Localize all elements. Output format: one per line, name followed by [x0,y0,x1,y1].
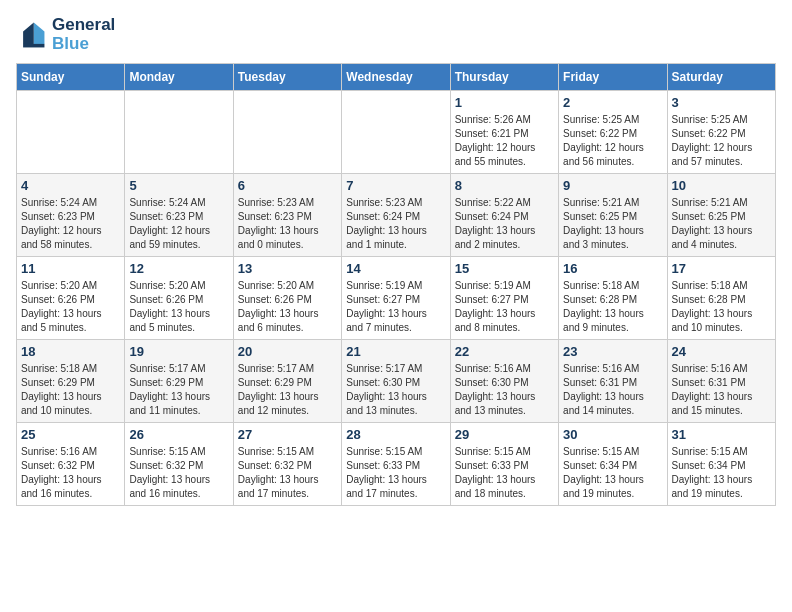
weekday-header-monday: Monday [125,64,233,91]
calendar-cell: 28Sunrise: 5:15 AMSunset: 6:33 PMDayligh… [342,423,450,506]
day-number: 20 [238,344,337,359]
calendar-header: SundayMondayTuesdayWednesdayThursdayFrid… [17,64,776,91]
day-number: 1 [455,95,554,110]
page-header: General Blue [16,16,776,53]
day-number: 28 [346,427,445,442]
calendar-cell [233,91,341,174]
day-info: Sunrise: 5:20 AMSunset: 6:26 PMDaylight:… [21,279,120,335]
day-info: Sunrise: 5:15 AMSunset: 6:34 PMDaylight:… [672,445,771,501]
day-number: 29 [455,427,554,442]
day-info: Sunrise: 5:17 AMSunset: 6:29 PMDaylight:… [238,362,337,418]
day-number: 31 [672,427,771,442]
day-number: 5 [129,178,228,193]
weekday-header-row: SundayMondayTuesdayWednesdayThursdayFrid… [17,64,776,91]
logo-icon [16,19,48,51]
calendar-cell: 6Sunrise: 5:23 AMSunset: 6:23 PMDaylight… [233,174,341,257]
calendar-cell: 18Sunrise: 5:18 AMSunset: 6:29 PMDayligh… [17,340,125,423]
day-info: Sunrise: 5:15 AMSunset: 6:33 PMDaylight:… [346,445,445,501]
day-info: Sunrise: 5:16 AMSunset: 6:31 PMDaylight:… [672,362,771,418]
day-number: 17 [672,261,771,276]
day-info: Sunrise: 5:25 AMSunset: 6:22 PMDaylight:… [672,113,771,169]
day-number: 19 [129,344,228,359]
calendar-table: SundayMondayTuesdayWednesdayThursdayFrid… [16,63,776,506]
calendar-cell: 22Sunrise: 5:16 AMSunset: 6:30 PMDayligh… [450,340,558,423]
calendar-cell: 16Sunrise: 5:18 AMSunset: 6:28 PMDayligh… [559,257,667,340]
day-info: Sunrise: 5:23 AMSunset: 6:24 PMDaylight:… [346,196,445,252]
day-info: Sunrise: 5:23 AMSunset: 6:23 PMDaylight:… [238,196,337,252]
calendar-cell: 14Sunrise: 5:19 AMSunset: 6:27 PMDayligh… [342,257,450,340]
day-number: 15 [455,261,554,276]
day-number: 6 [238,178,337,193]
day-info: Sunrise: 5:15 AMSunset: 6:32 PMDaylight:… [129,445,228,501]
day-info: Sunrise: 5:18 AMSunset: 6:29 PMDaylight:… [21,362,120,418]
calendar-cell: 10Sunrise: 5:21 AMSunset: 6:25 PMDayligh… [667,174,775,257]
calendar-cell: 27Sunrise: 5:15 AMSunset: 6:32 PMDayligh… [233,423,341,506]
calendar-cell: 31Sunrise: 5:15 AMSunset: 6:34 PMDayligh… [667,423,775,506]
calendar-week-row: 11Sunrise: 5:20 AMSunset: 6:26 PMDayligh… [17,257,776,340]
calendar-cell [342,91,450,174]
day-number: 10 [672,178,771,193]
day-number: 22 [455,344,554,359]
day-number: 21 [346,344,445,359]
day-info: Sunrise: 5:16 AMSunset: 6:30 PMDaylight:… [455,362,554,418]
calendar-cell: 29Sunrise: 5:15 AMSunset: 6:33 PMDayligh… [450,423,558,506]
day-info: Sunrise: 5:21 AMSunset: 6:25 PMDaylight:… [563,196,662,252]
day-number: 11 [21,261,120,276]
calendar-cell: 3Sunrise: 5:25 AMSunset: 6:22 PMDaylight… [667,91,775,174]
weekday-header-friday: Friday [559,64,667,91]
day-info: Sunrise: 5:15 AMSunset: 6:32 PMDaylight:… [238,445,337,501]
day-info: Sunrise: 5:18 AMSunset: 6:28 PMDaylight:… [672,279,771,335]
calendar-cell [17,91,125,174]
day-info: Sunrise: 5:22 AMSunset: 6:24 PMDaylight:… [455,196,554,252]
day-info: Sunrise: 5:20 AMSunset: 6:26 PMDaylight:… [129,279,228,335]
day-info: Sunrise: 5:19 AMSunset: 6:27 PMDaylight:… [346,279,445,335]
weekday-header-wednesday: Wednesday [342,64,450,91]
day-number: 12 [129,261,228,276]
calendar-week-row: 25Sunrise: 5:16 AMSunset: 6:32 PMDayligh… [17,423,776,506]
calendar-cell: 1Sunrise: 5:26 AMSunset: 6:21 PMDaylight… [450,91,558,174]
calendar-cell: 12Sunrise: 5:20 AMSunset: 6:26 PMDayligh… [125,257,233,340]
calendar-cell: 17Sunrise: 5:18 AMSunset: 6:28 PMDayligh… [667,257,775,340]
day-number: 4 [21,178,120,193]
day-number: 3 [672,95,771,110]
day-number: 25 [21,427,120,442]
logo-text: General Blue [52,16,115,53]
weekday-header-tuesday: Tuesday [233,64,341,91]
day-info: Sunrise: 5:19 AMSunset: 6:27 PMDaylight:… [455,279,554,335]
calendar-week-row: 4Sunrise: 5:24 AMSunset: 6:23 PMDaylight… [17,174,776,257]
calendar-cell: 11Sunrise: 5:20 AMSunset: 6:26 PMDayligh… [17,257,125,340]
day-number: 30 [563,427,662,442]
weekday-header-thursday: Thursday [450,64,558,91]
calendar-cell: 30Sunrise: 5:15 AMSunset: 6:34 PMDayligh… [559,423,667,506]
calendar-cell: 21Sunrise: 5:17 AMSunset: 6:30 PMDayligh… [342,340,450,423]
day-number: 27 [238,427,337,442]
calendar-body: 1Sunrise: 5:26 AMSunset: 6:21 PMDaylight… [17,91,776,506]
calendar-cell: 19Sunrise: 5:17 AMSunset: 6:29 PMDayligh… [125,340,233,423]
day-number: 24 [672,344,771,359]
calendar-cell: 23Sunrise: 5:16 AMSunset: 6:31 PMDayligh… [559,340,667,423]
calendar-cell: 25Sunrise: 5:16 AMSunset: 6:32 PMDayligh… [17,423,125,506]
calendar-cell: 9Sunrise: 5:21 AMSunset: 6:25 PMDaylight… [559,174,667,257]
calendar-cell: 5Sunrise: 5:24 AMSunset: 6:23 PMDaylight… [125,174,233,257]
day-number: 16 [563,261,662,276]
day-number: 9 [563,178,662,193]
day-info: Sunrise: 5:16 AMSunset: 6:31 PMDaylight:… [563,362,662,418]
weekday-header-sunday: Sunday [17,64,125,91]
logo: General Blue [16,16,115,53]
day-number: 13 [238,261,337,276]
calendar-cell: 20Sunrise: 5:17 AMSunset: 6:29 PMDayligh… [233,340,341,423]
calendar-cell: 26Sunrise: 5:15 AMSunset: 6:32 PMDayligh… [125,423,233,506]
day-info: Sunrise: 5:21 AMSunset: 6:25 PMDaylight:… [672,196,771,252]
day-number: 18 [21,344,120,359]
calendar-week-row: 18Sunrise: 5:18 AMSunset: 6:29 PMDayligh… [17,340,776,423]
day-info: Sunrise: 5:17 AMSunset: 6:30 PMDaylight:… [346,362,445,418]
day-info: Sunrise: 5:17 AMSunset: 6:29 PMDaylight:… [129,362,228,418]
day-info: Sunrise: 5:15 AMSunset: 6:33 PMDaylight:… [455,445,554,501]
svg-rect-3 [23,44,44,48]
calendar-cell: 13Sunrise: 5:20 AMSunset: 6:26 PMDayligh… [233,257,341,340]
day-info: Sunrise: 5:26 AMSunset: 6:21 PMDaylight:… [455,113,554,169]
day-number: 8 [455,178,554,193]
day-info: Sunrise: 5:24 AMSunset: 6:23 PMDaylight:… [21,196,120,252]
weekday-header-saturday: Saturday [667,64,775,91]
day-number: 26 [129,427,228,442]
